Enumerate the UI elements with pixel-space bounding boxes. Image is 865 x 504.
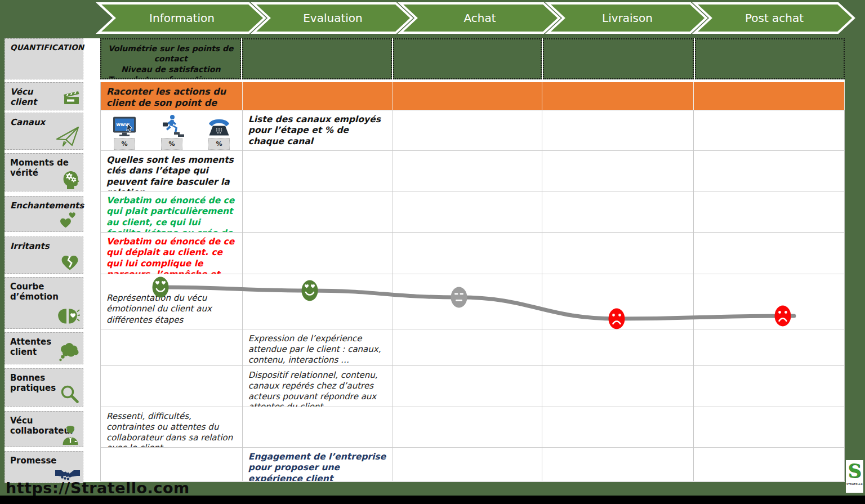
grid-cell [694,366,845,407]
clapperboard-icon [63,91,80,105]
stage-label: Evaluation [303,11,363,25]
grid-cell [393,151,543,191]
grid-row-quantification: Volumétrie sur les points de contact Niv… [100,38,845,79]
vecu-collaborateur-note: Ressenti, difficultés, contraintes ou at… [101,407,242,447]
grid-cell [393,407,543,447]
sidebar-item-bonnes-pratiques: Bonnes pratiques [5,368,83,407]
grid-cell [101,366,243,407]
broken-heart-icon [61,255,80,271]
grid-cell [101,329,243,365]
vecu-client-note: Raconter les actions du client de son po… [101,82,242,110]
journey-map-canvas: Information Evaluation Achat Livraison P… [0,0,865,504]
walking-person-icon [159,114,185,137]
attentes-note-cell: Expression de l’expérience attendue par … [243,329,393,365]
grid-cell [393,448,543,481]
channel-web: www % [109,114,140,150]
channel-phone: % [203,114,235,150]
telephone-icon [206,114,232,137]
sidebar-label: Attentes client [10,337,51,357]
grid-cell [393,82,543,110]
grid-cell [542,366,694,407]
grid-cell [242,38,391,79]
grid-cell [542,329,694,365]
site-url: https://Stratello.com [6,479,190,497]
stratello-logo: S STRATELLO [846,460,863,493]
grid-cell [243,191,393,232]
sidebar-item-quantification: QUANTIFICATION [5,38,83,79]
grid-cell [542,274,694,329]
sidebar-label: Promesse [10,456,57,466]
grid-cell [243,151,393,191]
magnifier-icon [60,384,80,404]
sidebar-item-enchantements: Enchantements [5,196,83,232]
grid-cell [542,233,694,274]
thought-cloud-icon [57,342,80,362]
grid-cell [393,191,543,232]
stratello-logo-caption: STRATELLO [846,482,863,486]
sidebar-item-vecu-client: Vécu client [5,82,83,110]
percent-box: % [208,138,230,150]
channel-icons-cell: www % [101,110,243,150]
irritants-note: Verbatim ou énoncé de ce qui déplait au … [101,233,242,274]
grid-cell [694,151,845,191]
sidebar-label: QUANTIFICATION [10,43,84,52]
sidebar-item-promesse: Promesse [5,451,83,483]
stage-label: Post achat [745,11,804,25]
stage-label: Livraison [602,11,653,25]
grid-cell [694,274,845,329]
courbe-note: Représentation du vécu émotionnel du cli… [106,293,239,326]
canaux-note-cell: Liste des canaux employés pour l’étape e… [243,110,393,150]
grid-cell [542,448,694,481]
irritants-note-cell: Verbatim ou énoncé de ce qui déplait au … [101,233,243,274]
grid-cell [695,38,845,79]
sidebar-item-courbe-emotion: Courbe d’émotion [5,277,83,329]
bottom-black-bar [0,496,865,504]
courbe-note-cell: Représentation du vécu émotionnel du cli… [101,274,243,329]
paper-plane-icon [55,125,80,148]
sidebar-item-attentes-client: Attentes client [5,332,83,364]
grid-cell [243,233,393,274]
grid-cell [694,407,845,447]
sidebar-label: Bonnes pratiques [10,373,56,393]
sidebar-label: Irritants [10,241,50,251]
grid-cell [393,274,543,329]
quantification-note-cell: Volumétrie sur les points de contact Niv… [100,38,241,79]
grid-row-courbe-emotion: Représentation du vécu émotionnel du cli… [100,274,845,329]
sidebar-label: Canaux [10,117,45,127]
grid-cell [542,191,694,232]
grid-cell [393,366,543,407]
grid-row-bonnes-pratiques: Dispositif relationnel, contenu, canaux … [100,366,845,407]
grid-cell [694,329,845,365]
grid-row-vecu-collaborateur: Ressenti, difficultés, contraintes ou at… [100,407,845,448]
grid-row-vecu-client: Raconter les actions du client de son po… [100,82,845,110]
grid-cell [542,151,694,191]
grid-cell [542,82,694,110]
vecu-collaborateur-note-cell: Ressenti, difficultés, contraintes ou at… [101,407,243,447]
journey-grid: Volumétrie sur les points de contact Niv… [100,38,845,481]
grid-cell [542,407,694,447]
grid-cell [101,448,243,481]
grid-cell [694,233,845,274]
grid-cell [694,82,845,110]
sidebar-item-canaux: Canaux [5,113,83,150]
grid-cell [543,38,693,79]
quantification-note: Volumétrie sur les points de contact Niv… [101,39,240,79]
grid-row-irritants: Verbatim ou énoncé de ce qui déplait au … [100,233,845,274]
head-gears-icon [62,170,80,189]
grid-row-canaux: www % [100,110,845,151]
sidebar-item-irritants: Irritants [5,237,83,274]
canaux-note: Liste des canaux employés pour l’étape e… [243,110,393,150]
grid-cell [393,110,543,150]
promesse-note: Engagement de l’entreprise pour proposer… [243,448,393,481]
promesse-note-cell: Engagement de l’entreprise pour proposer… [243,448,393,481]
brain-heart-icon [56,307,80,327]
grid-cell [243,407,393,447]
moments-note: Quelles sont les moments clés dans l’éta… [101,151,242,191]
grid-cell [243,82,393,110]
channel-store: % [156,114,188,150]
percent-box: % [114,138,135,150]
bonnes-pratiques-note: Dispositif relationnel, contenu, canaux … [243,366,393,407]
bonnes-pratiques-note-cell: Dispositif relationnel, contenu, canaux … [243,366,393,407]
sidebar-label: Moments de vérité [10,158,69,178]
stratello-logo-letter: S [848,461,862,482]
